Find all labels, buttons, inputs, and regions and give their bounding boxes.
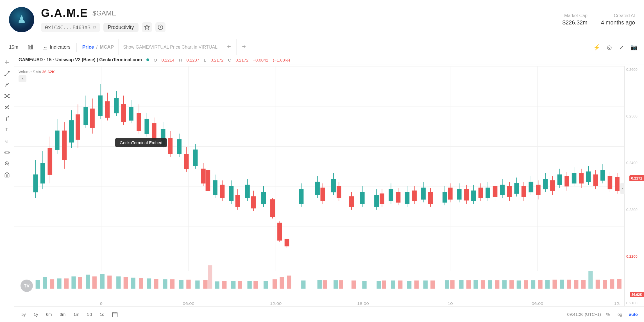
- ruler-tool[interactable]: [2, 147, 12, 157]
- svg-rect-218: [391, 280, 395, 289]
- svg-rect-197: [43, 277, 47, 289]
- token-icon-1[interactable]: [142, 22, 152, 32]
- chart-container: ✛ T ☺ GAME/USD · 15 · Uniswap: [0, 55, 644, 322]
- text-tool[interactable]: T: [2, 125, 12, 135]
- svg-rect-235: [107, 276, 112, 289]
- timeframe-3m[interactable]: 3m: [57, 311, 69, 318]
- svg-line-18: [6, 96, 6, 97]
- svg-text:12:00: 12:00: [270, 301, 282, 305]
- svg-rect-225: [502, 280, 507, 289]
- low-value: 0.2172: [211, 58, 224, 62]
- log-btn[interactable]: log: [615, 311, 624, 317]
- timeframe-selector[interactable]: 15m: [4, 39, 23, 55]
- indicators-label: Indicators: [50, 44, 71, 50]
- svg-rect-60: [114, 99, 118, 113]
- svg-rect-250: [352, 280, 356, 289]
- svg-rect-214: [318, 280, 322, 289]
- fullscreen-btn[interactable]: ⤢: [616, 42, 627, 53]
- svg-point-25: [8, 108, 8, 109]
- redo-btn[interactable]: [237, 39, 251, 55]
- chart-pair-title: GAME/USD · 15 · Uniswap V2 (Base) | Geck…: [19, 57, 142, 62]
- crosshair-tool[interactable]: ✛: [2, 57, 12, 67]
- network-tool[interactable]: [2, 91, 12, 101]
- svg-rect-66: [161, 129, 165, 145]
- svg-rect-124: [76, 115, 80, 140]
- timeframe-1m[interactable]: 1m: [71, 311, 82, 318]
- svg-rect-224: [488, 280, 492, 289]
- svg-rect-236: [124, 277, 128, 289]
- svg-rect-130: [121, 104, 126, 122]
- brush-tool[interactable]: [2, 114, 12, 124]
- collapse-volume-btn[interactable]: ∧: [19, 75, 26, 82]
- svg-rect-98: [457, 189, 461, 199]
- svg-line-5: [5, 72, 9, 75]
- zoom-tool[interactable]: [2, 158, 12, 169]
- address-badge[interactable]: 0x1C4C...F463a3 ⧉: [41, 23, 100, 32]
- timeframe-5y[interactable]: 5y: [19, 311, 29, 318]
- multi-line-tool[interactable]: [2, 80, 12, 90]
- svg-point-12: [4, 94, 5, 95]
- toolbar-right: ⚡ ◎ ⤢ 📷: [591, 42, 640, 53]
- candlestick-chart[interactable]: 9 06:00 12:00 18:00 10 06:00 12:: [14, 66, 624, 306]
- eye-btn[interactable]: ◎: [604, 42, 615, 53]
- svg-rect-148: [251, 196, 256, 208]
- svg-point-6: [4, 75, 5, 76]
- svg-rect-211: [264, 281, 268, 289]
- camera-btn[interactable]: 📷: [628, 42, 640, 53]
- svg-rect-84: [331, 179, 335, 192]
- percent-btn[interactable]: %: [604, 311, 611, 317]
- svg-text:18:00: 18:00: [357, 301, 369, 305]
- auto-btn[interactable]: auto: [627, 311, 640, 317]
- svg-text:12:: 12:: [614, 301, 620, 305]
- chart-type-btn[interactable]: [23, 39, 38, 55]
- bottom-right-info: 09:41:26 (UTC+1) % log auto: [567, 311, 640, 317]
- bottom-toolbar: 5y 1y 6m 3m 1m 5d 1d 09:41:26 (UTC+1) % …: [14, 306, 644, 322]
- undo-btn[interactable]: [222, 39, 237, 55]
- svg-line-32: [8, 165, 9, 166]
- scatter-tool[interactable]: [2, 102, 12, 112]
- price-tab[interactable]: Price / MCAP: [78, 39, 119, 55]
- indicators-btn[interactable]: Indicators: [38, 39, 75, 55]
- token-icon-2[interactable]: [155, 22, 165, 32]
- indicators-icon: [42, 45, 47, 50]
- svg-rect-265: [581, 280, 586, 289]
- open-value: 0.2214: [162, 58, 174, 62]
- timeframe-1y[interactable]: 1y: [31, 311, 41, 318]
- date-range-btn[interactable]: [112, 311, 118, 318]
- svg-rect-199: [71, 276, 76, 289]
- svg-rect-78: [261, 192, 266, 204]
- current-time: 09:41:26 (UTC+1): [567, 312, 601, 317]
- svg-rect-240: [186, 280, 191, 289]
- volume-badge: 36.62K: [630, 292, 644, 297]
- copy-icon[interactable]: ⧉: [93, 25, 96, 30]
- timeframe-6m[interactable]: 6m: [43, 311, 55, 318]
- svg-rect-243: [238, 281, 242, 289]
- svg-point-11: [6, 96, 7, 96]
- svg-rect-2: [28, 45, 29, 49]
- svg-rect-279: [112, 312, 117, 317]
- timeframe-5d[interactable]: 5d: [84, 311, 95, 318]
- svg-rect-205: [163, 279, 167, 289]
- home-tool[interactable]: [2, 170, 12, 180]
- header: G.A.M.E $GAME 0x1C4C...F463a3 ⧉ Producti…: [0, 0, 644, 39]
- flash-btn[interactable]: ⚡: [591, 42, 602, 53]
- line-tool[interactable]: [2, 69, 12, 79]
- svg-rect-76: [245, 185, 250, 198]
- svg-rect-74: [229, 186, 233, 201]
- svg-text:06:00: 06:00: [532, 301, 543, 305]
- svg-rect-100: [471, 191, 476, 201]
- category-badge[interactable]: Productivity: [103, 23, 139, 32]
- svg-text:TV: TV: [24, 284, 30, 288]
- svg-rect-58: [98, 96, 102, 116]
- svg-rect-209: [231, 281, 235, 289]
- timeframe-1d[interactable]: 1d: [97, 311, 107, 318]
- tradingview-watermark: TV: [20, 279, 34, 294]
- svg-rect-237: [139, 278, 143, 289]
- svg-rect-64: [145, 119, 149, 133]
- chart-main[interactable]: GAME/USD · 15 · Uniswap V2 (Base) | Geck…: [14, 55, 644, 322]
- mcap-label: MCAP: [100, 44, 114, 50]
- emoji-tool[interactable]: ☺: [2, 136, 12, 146]
- svg-rect-80: [299, 189, 303, 204]
- svg-rect-154: [285, 239, 289, 246]
- side-collapse-btn[interactable]: ‹: [620, 183, 625, 194]
